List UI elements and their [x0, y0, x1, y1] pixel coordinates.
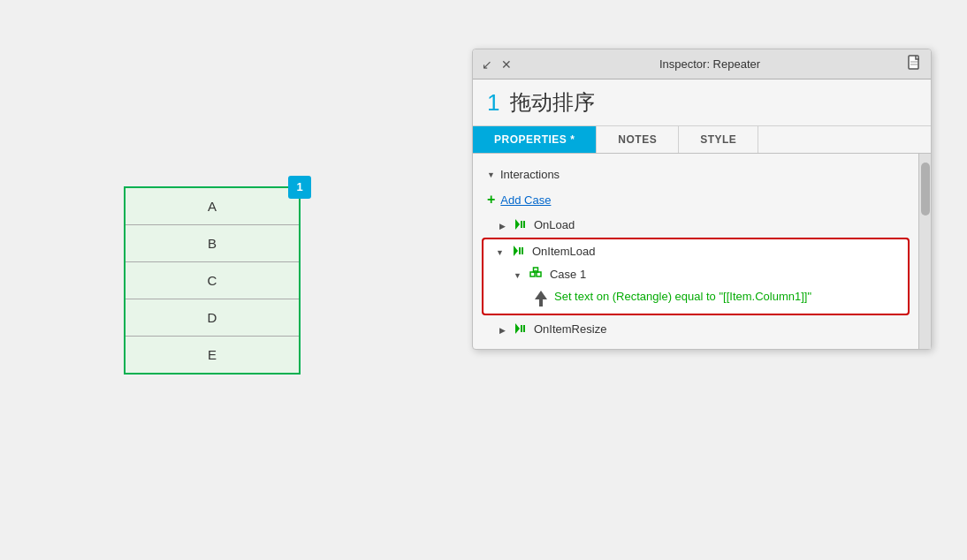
widget-name: 拖动排序 [510, 88, 595, 117]
repeater-row: E [126, 337, 299, 373]
svg-rect-17 [523, 325, 525, 332]
inspector-title: Inspector: Repeater [659, 57, 760, 71]
onload-item[interactable]: OnLoad [473, 213, 918, 236]
onitemresize-label: OnItemResize [534, 322, 606, 336]
tab-style[interactable]: STYLE [679, 126, 758, 153]
onitemload-event-icon [511, 244, 525, 258]
case-icon [529, 267, 543, 281]
collapse-icon[interactable]: ↙ [482, 57, 492, 72]
svg-marker-6 [514, 246, 518, 256]
repeater-row: D [126, 299, 299, 337]
onitemresize-event-icon [513, 322, 527, 336]
action-icon [535, 291, 547, 306]
case1-label: Case 1 [550, 268, 586, 281]
inspector-tabs: PROPERTIES * NOTES STYLE [473, 126, 931, 154]
svg-rect-7 [519, 247, 521, 254]
widget-header: 1 拖动排序 [473, 79, 931, 126]
inspector-content: Interactions + Add Case OnLoad [473, 154, 931, 349]
interactions-section-header: Interactions [473, 163, 918, 186]
repeater-widget[interactable]: 1 A B C D E [124, 186, 301, 375]
svg-marker-14 [535, 291, 547, 306]
onitemload-label: OnItemLoad [532, 245, 596, 258]
add-case-row: + Add Case [473, 186, 918, 213]
svg-marker-15 [515, 323, 520, 334]
inspector-titlebar: ↙ ✕ Inspector: Repeater [473, 49, 931, 79]
interactions-label: Interactions [500, 168, 560, 181]
onitemresize-item[interactable]: OnItemResize [473, 317, 918, 340]
set-text-action[interactable]: Set text on (Rectangle) equal to "[[Item… [484, 285, 908, 314]
case1-item[interactable]: Case 1 [484, 262, 908, 285]
interactions-chevron[interactable] [487, 170, 495, 179]
onitemload-item[interactable]: OnItemLoad [484, 239, 908, 262]
scrollbar-thumb [921, 163, 930, 216]
onload-label: OnLoad [534, 218, 575, 231]
svg-rect-4 [521, 221, 522, 228]
onitemload-box: OnItemLoad Case 1 Set text on [482, 238, 910, 315]
repeater-badge: 1 [288, 176, 311, 199]
onitemresize-expand-icon [499, 322, 506, 336]
tab-notes[interactable]: NOTES [597, 126, 679, 153]
close-icon[interactable]: ✕ [501, 57, 512, 72]
onitemload-expand-icon [496, 245, 504, 258]
titlebar-controls: ↙ ✕ [482, 57, 512, 72]
svg-rect-5 [523, 221, 525, 228]
canvas-area: 1 A B C D E [0, 0, 424, 560]
inspector-panel: ↙ ✕ Inspector: Repeater 1 拖动排序 PROPERTIE… [472, 49, 932, 350]
svg-marker-3 [515, 219, 520, 230]
doc-icon[interactable] [908, 55, 922, 73]
add-case-button[interactable]: Add Case [500, 193, 551, 207]
case1-expand-icon [514, 268, 522, 281]
tab-properties[interactable]: PROPERTIES * [473, 126, 597, 153]
onload-expand-icon [499, 218, 506, 231]
widget-number: 1 [487, 89, 499, 117]
repeater-row: C [126, 262, 299, 299]
set-text-label: Set text on (Rectangle) equal to "[[Item… [554, 289, 811, 305]
repeater-row: B [126, 225, 299, 262]
svg-rect-16 [521, 325, 522, 332]
inspector-scrollbar[interactable] [918, 154, 931, 349]
repeater-row: A [126, 188, 299, 225]
add-case-plus-icon: + [487, 192, 495, 208]
svg-rect-8 [522, 247, 523, 254]
onload-event-icon [513, 217, 527, 231]
